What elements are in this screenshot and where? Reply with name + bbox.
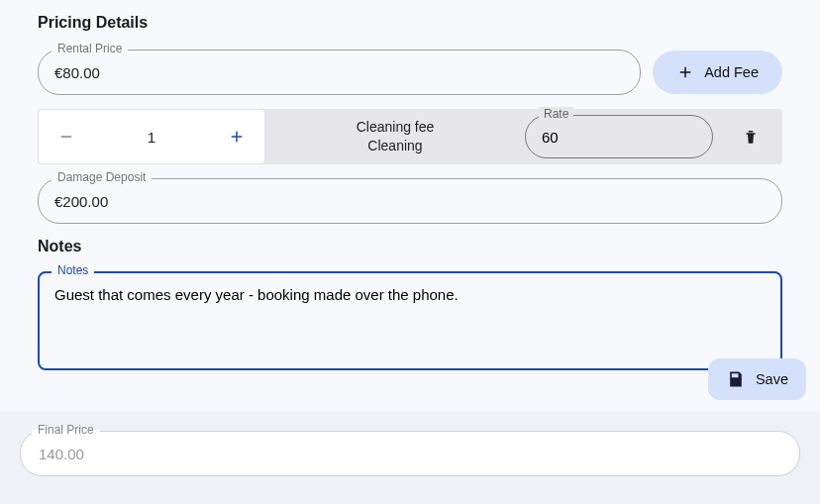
fee-row: 1 Cleaning fee Cleaning Rate: [38, 109, 782, 164]
plus-icon: [676, 63, 694, 81]
add-fee-label: Add Fee: [704, 64, 759, 80]
minus-icon: [57, 128, 75, 146]
final-price-label: Final Price: [32, 423, 100, 437]
rental-price-label: Rental Price: [51, 42, 128, 55]
final-price-section: Final Price: [0, 411, 820, 504]
quantity-value: 1: [94, 129, 209, 146]
rate-input[interactable]: [542, 129, 696, 146]
delete-fee-button[interactable]: [719, 109, 782, 164]
final-price-field[interactable]: [20, 431, 800, 476]
notes-title: Notes: [38, 238, 782, 255]
notes-field[interactable]: Notes: [38, 271, 782, 370]
notes-label: Notes: [51, 263, 94, 277]
damage-deposit-field[interactable]: Damage Deposit: [38, 178, 782, 224]
final-price-input[interactable]: [39, 446, 781, 462]
pricing-details-title: Pricing Details: [38, 14, 782, 32]
damage-deposit-input[interactable]: [54, 193, 766, 210]
increment-button[interactable]: [209, 110, 264, 163]
plus-icon: [228, 128, 246, 146]
svg-rect-0: [61, 136, 72, 138]
fee-name: Cleaning fee Cleaning: [265, 109, 525, 164]
decrement-button[interactable]: [39, 110, 94, 163]
quantity-stepper[interactable]: 1: [38, 109, 265, 164]
rental-price-field[interactable]: Rental Price: [38, 50, 641, 95]
notes-input[interactable]: [54, 286, 766, 353]
add-fee-button[interactable]: Add Fee: [653, 50, 782, 94]
rate-field[interactable]: Rate: [525, 109, 719, 164]
fee-name-line2: Cleaning: [367, 137, 422, 155]
damage-deposit-label: Damage Deposit: [51, 170, 152, 184]
rate-label: Rate: [539, 107, 573, 121]
save-button[interactable]: Save: [708, 358, 806, 400]
save-label: Save: [756, 371, 788, 387]
rental-price-input[interactable]: [54, 64, 624, 81]
save-icon: [726, 369, 746, 389]
fee-name-line1: Cleaning fee: [357, 118, 435, 137]
trash-icon: [742, 127, 760, 147]
